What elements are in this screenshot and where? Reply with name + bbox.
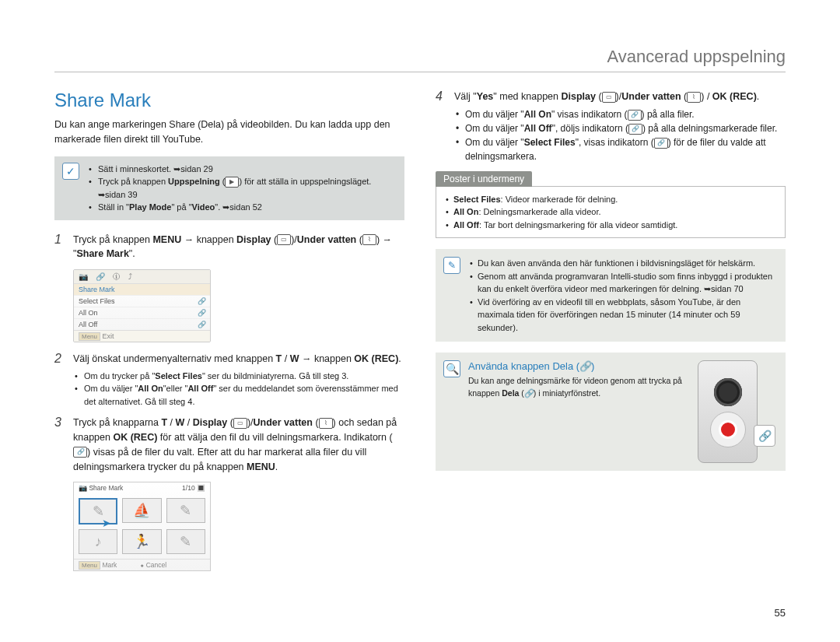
camera-dpad: [710, 412, 746, 447]
step-body: Välj "Yes" med knappen Display (▭)/Under…: [454, 89, 786, 163]
submenu-item: All Off: Tar bort delningsmarkering för …: [444, 219, 777, 232]
underwater-icon: ⌇: [362, 234, 376, 245]
thumbnail: ✎: [166, 498, 205, 523]
step-number: 1: [54, 233, 65, 262]
prereq-item: Sätt i minneskortet. ➥sidan 29: [87, 163, 397, 176]
camera-illustration: 🔗: [698, 360, 758, 463]
share-button-box: 🔍 Använda knappen Dela (🔗) Du kan ange d…: [436, 353, 786, 471]
submenu-item: Select Files: Videor markerade för delni…: [444, 193, 777, 206]
intro-text: Du kan ange markeringen Share (Dela) på …: [54, 118, 404, 147]
link-icon: 🔗: [654, 138, 668, 149]
menu-title: Share Mark: [74, 284, 210, 295]
link-icon: 🔗: [198, 309, 205, 317]
thumbnail: ✎➤: [79, 498, 117, 524]
step-number: 2: [54, 352, 65, 408]
step-body: Tryck på knapparna T / W / Display (▭)/U…: [73, 416, 404, 474]
link-icon: 🔗: [198, 297, 205, 305]
check-icon: ✓: [62, 163, 79, 180]
cursor-icon: ➤: [102, 517, 111, 529]
step4-note: Om du väljer "All On" visas indikatorn (…: [454, 107, 786, 121]
cancel-label: ⬥ Cancel: [140, 561, 166, 569]
step-4: 4 Välj "Yes" med knappen Display (▭)/Und…: [436, 89, 786, 163]
thumb-count: 1/10: [182, 484, 195, 492]
prerequisite-box: ✓ Sätt i minneskortet. ➥sidan 29 Tryck p…: [54, 156, 404, 220]
step2-note: Om du trycker på "Select Files" ser du b…: [73, 370, 404, 383]
tip-item: Genom att använda programvaran Intelli-s…: [468, 270, 778, 296]
page-number: 55: [775, 607, 786, 619]
step2-note: Om du väljer "All On"eller "All Off" ser…: [73, 382, 404, 408]
play-icon: ▶: [225, 177, 239, 188]
mark-label: Menu Mark: [79, 561, 117, 569]
menu-row: All On🔗: [74, 307, 210, 318]
submenu-item: All On: Delningsmarkerade alla videor.: [444, 205, 777, 219]
tip-item: Vid överföring av en videofil till en we…: [468, 296, 778, 335]
prereq-item: Tryck på knappen Uppspelning (▶) för att…: [87, 175, 397, 201]
menu-row: All Off🔗: [74, 318, 210, 330]
step-number: 4: [436, 89, 446, 163]
step-1: 1 Tryck på knappen MENU → knappen Displa…: [54, 233, 404, 262]
share-button-title: Använda knappen Dela (🔗): [468, 360, 684, 372]
submenu-section: Poster i undermeny Select Files: Videor …: [436, 171, 786, 239]
step4-note: Om du väljer "Select Files", visas indik…: [454, 135, 786, 163]
camera-lens-icon: [714, 378, 742, 406]
camera-icon: 📷: [79, 272, 88, 281]
info-icon: 🛈: [113, 272, 121, 281]
step-3: 3 Tryck på knapparna T / W / Display (▭)…: [54, 416, 404, 474]
display-icon: ▭: [602, 92, 616, 103]
thumbnail: 🏃: [122, 529, 161, 554]
thumbnail: ♪: [79, 529, 117, 554]
edit-icon: ✎: [443, 257, 460, 274]
underwater-icon: ⌇: [319, 418, 333, 429]
thumbnail-screenshot: 📷 Share Mark 1/10 🔳 ✎➤ ⛵ ✎ ♪ 🏃 ✎ Menu Ma…: [73, 482, 211, 571]
thumbnail-icon: 🔗: [96, 272, 105, 281]
tips-box: ✎ Du kan även använda den här funktionen…: [436, 249, 786, 342]
header-title: Avancerad uppspelning: [607, 47, 786, 67]
right-column: 4 Välj "Yes" med knappen Display (▭)/Und…: [436, 89, 786, 571]
step-body: Välj önskat undermenyalternativ med knap…: [73, 352, 404, 408]
link-icon: 🔗: [628, 110, 642, 121]
tip-item: Du kan även använda den här funktionen i…: [468, 257, 778, 270]
prereq-item: Ställ in "Play Mode" på "Video". ➥sidan …: [87, 201, 397, 214]
step-2: 2 Välj önskat undermenyalternativ med kn…: [54, 352, 404, 408]
share-button-callout: 🔗: [754, 425, 775, 447]
menu-row: Select Files🔗: [74, 295, 210, 307]
menu-screenshot: 📷 🔗 🛈 ⤴ Share Mark Select Files🔗 All On🔗…: [73, 269, 211, 342]
link-icon: 🔗: [73, 447, 87, 458]
rec-button-icon: [719, 420, 737, 439]
display-icon: ▭: [233, 418, 247, 429]
display-icon: ▭: [277, 234, 291, 245]
more-icon: ⤴: [128, 272, 132, 281]
thumbnail: ⛵: [122, 498, 161, 523]
menu-footer: Menu Exit: [74, 330, 210, 342]
section-title: Share Mark: [54, 89, 404, 111]
step-body: Tryck på knappen MENU → knappen Display …: [73, 233, 404, 262]
share-button-text: Du kan ange delningsmärke för videon gen…: [468, 375, 684, 400]
underwater-icon: ⌇: [687, 92, 701, 103]
submenu-title: Poster i undermeny: [436, 171, 532, 187]
thumbnail: ✎: [166, 529, 205, 554]
left-column: Share Mark Du kan ange markeringen Share…: [54, 89, 404, 571]
magnify-icon: 🔍: [443, 360, 460, 377]
thumb-title: Share Mark: [89, 484, 123, 492]
link-icon: 🔗: [628, 124, 642, 135]
link-icon: 🔗: [198, 321, 205, 328]
page-header: Avancerad uppspelning: [54, 47, 786, 72]
step4-note: Om du väljer "All Off", döljs indikatorn…: [454, 121, 786, 135]
step-number: 3: [54, 416, 65, 474]
